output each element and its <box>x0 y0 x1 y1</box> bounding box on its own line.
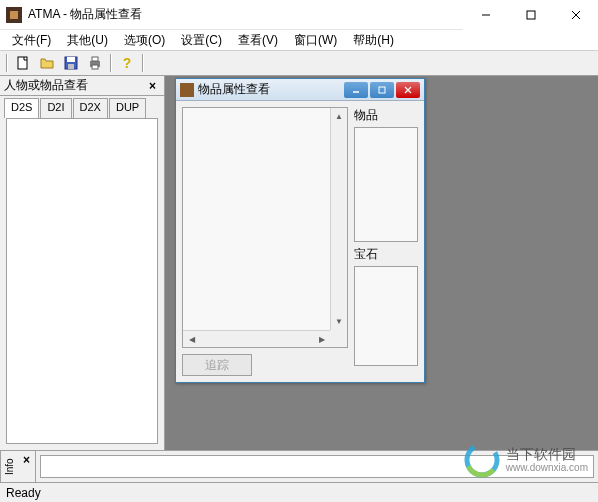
toolbar: ? <box>0 50 598 76</box>
svg-rect-8 <box>68 64 74 69</box>
tab-d2i[interactable]: D2I <box>40 98 71 118</box>
tab-d2x[interactable]: D2X <box>73 98 108 118</box>
menu-other[interactable]: 其他(U) <box>59 30 116 51</box>
horizontal-scrollbar[interactable]: ◀ ▶ <box>183 330 330 347</box>
menu-options[interactable]: 选项(O) <box>116 30 173 51</box>
left-panel-tree[interactable] <box>6 118 158 444</box>
svg-rect-7 <box>67 57 75 62</box>
toolbar-separator <box>142 54 144 72</box>
main-area: 人物或物品查看 × D2S D2I D2X DUP 物品属性查看 <box>0 76 598 450</box>
menubar: 文件(F) 其他(U) 选项(O) 设置(C) 查看(V) 窗口(W) 帮助(H… <box>0 30 598 50</box>
scroll-corner <box>330 330 347 347</box>
svg-rect-2 <box>527 11 535 19</box>
scroll-down-icon[interactable]: ▼ <box>331 313 347 330</box>
item-list[interactable]: ▲ ▼ ◀ ▶ <box>182 107 348 348</box>
svg-rect-10 <box>92 57 98 61</box>
svg-rect-11 <box>92 65 98 69</box>
scroll-up-icon[interactable]: ▲ <box>331 108 347 125</box>
tab-d2s[interactable]: D2S <box>4 98 39 118</box>
child-close-button[interactable] <box>396 82 420 98</box>
left-panel-close[interactable]: × <box>145 79 160 93</box>
track-button[interactable]: 追踪 <box>182 354 252 376</box>
svg-rect-14 <box>379 87 385 93</box>
info-input[interactable] <box>40 455 594 478</box>
child-minimize-button[interactable] <box>344 82 368 98</box>
child-left-column: ▲ ▼ ◀ ▶ 追踪 <box>182 107 348 376</box>
vertical-scrollbar[interactable]: ▲ ▼ <box>330 108 347 330</box>
print-button[interactable] <box>84 52 106 74</box>
info-panel-label: Info <box>0 451 18 482</box>
left-panel-title: 人物或物品查看 <box>4 77 88 94</box>
menu-help[interactable]: 帮助(H) <box>345 30 402 51</box>
child-window-item-properties: 物品属性查看 ▲ <box>175 78 425 383</box>
status-text: Ready <box>6 486 41 500</box>
child-right-column: 物品 宝石 <box>354 107 418 376</box>
open-button[interactable] <box>36 52 58 74</box>
help-button[interactable]: ? <box>116 52 138 74</box>
toolbar-separator <box>6 54 8 72</box>
status-bar: Ready <box>0 482 598 502</box>
window-title: ATMA - 物品属性查看 <box>28 6 142 23</box>
child-window-icon <box>180 83 194 97</box>
window-titlebar: ATMA - 物品属性查看 <box>0 0 598 30</box>
menu-settings[interactable]: 设置(C) <box>173 30 230 51</box>
child-maximize-button[interactable] <box>370 82 394 98</box>
svg-rect-5 <box>18 57 27 69</box>
svg-text:?: ? <box>123 55 132 71</box>
toolbar-separator <box>110 54 112 72</box>
maximize-button[interactable] <box>508 0 553 30</box>
tab-dup[interactable]: DUP <box>109 98 146 118</box>
scroll-left-icon[interactable]: ◀ <box>183 331 200 347</box>
child-window-body: ▲ ▼ ◀ ▶ 追踪 物品 <box>176 101 424 382</box>
left-panel: 人物或物品查看 × D2S D2I D2X DUP <box>0 76 165 450</box>
window-controls <box>463 0 598 30</box>
info-panel-close[interactable]: × <box>18 451 36 482</box>
menu-view[interactable]: 查看(V) <box>230 30 286 51</box>
svg-rect-0 <box>10 11 18 19</box>
gem-preview-box <box>354 266 418 366</box>
gem-label: 宝石 <box>354 246 418 262</box>
mdi-area: 物品属性查看 ▲ <box>165 76 598 450</box>
info-panel: Info × <box>0 450 598 482</box>
item-preview-box <box>354 127 418 242</box>
save-button[interactable] <box>60 52 82 74</box>
left-panel-tabs: D2S D2I D2X DUP <box>0 96 164 118</box>
app-icon <box>6 7 22 23</box>
left-panel-header: 人物或物品查看 × <box>0 76 164 96</box>
item-label: 物品 <box>354 107 418 123</box>
scroll-right-icon[interactable]: ▶ <box>313 331 330 347</box>
menu-window[interactable]: 窗口(W) <box>286 30 345 51</box>
child-window-titlebar[interactable]: 物品属性查看 <box>176 79 424 101</box>
close-button[interactable] <box>553 0 598 30</box>
menu-file[interactable]: 文件(F) <box>4 30 59 51</box>
minimize-button[interactable] <box>463 0 508 30</box>
child-window-title: 物品属性查看 <box>198 81 270 98</box>
child-window-controls <box>344 82 424 98</box>
new-button[interactable] <box>12 52 34 74</box>
